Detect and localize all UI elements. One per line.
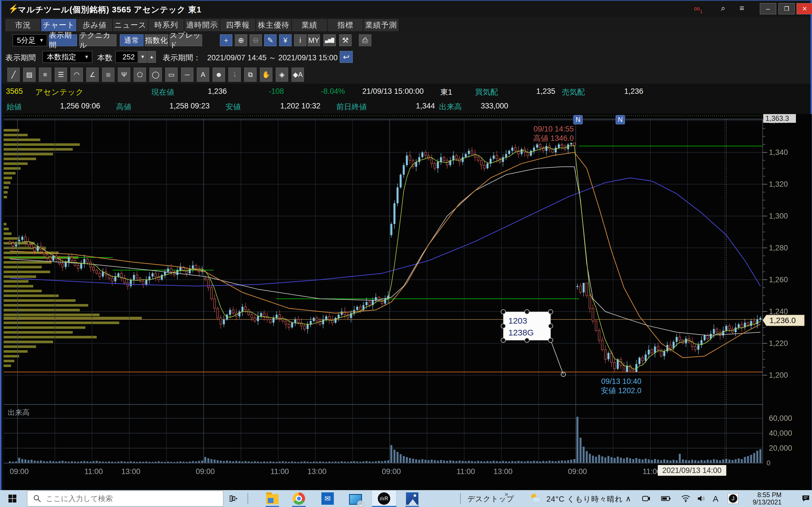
count-down-button[interactable]: ▼	[139, 51, 147, 63]
area-chart-icon[interactable]: ▄▆█	[323, 34, 336, 46]
count-input[interactable]: 252	[115, 51, 138, 63]
minimize-button[interactable]: –	[760, 3, 776, 14]
erase-all-tool[interactable]: ◆A	[292, 68, 304, 82]
vertical-lines-tool[interactable]: ||||	[102, 68, 114, 82]
svg-text:60,000: 60,000	[769, 414, 792, 422]
tab-active-1[interactable]: チャート	[41, 19, 77, 31]
toolbar-button-0[interactable]: 表示期間	[49, 34, 77, 46]
copy-tool[interactable]: ⧉	[244, 68, 257, 82]
start-button[interactable]	[8, 495, 16, 503]
notification-center-icon[interactable]	[801, 490, 811, 507]
weather-icon[interactable]	[528, 490, 543, 507]
volume-icon[interactable]	[696, 490, 707, 507]
photos-app-icon[interactable]	[406, 492, 418, 505]
close-button[interactable]: ×	[797, 3, 812, 14]
svg-text:1,280: 1,280	[769, 244, 788, 252]
svg-text:13:00: 13:00	[493, 467, 513, 476]
tab-3[interactable]: ニュース	[113, 19, 149, 31]
my-chart-icon[interactable]: MY	[308, 34, 320, 46]
count-up-button[interactable]: ▲	[147, 51, 156, 63]
toolbar-button-2[interactable]: 通常	[120, 34, 144, 46]
taskbar-search[interactable]	[27, 491, 223, 506]
reset-range-button[interactable]: ↩	[340, 51, 353, 63]
ellipse-tool[interactable]: ◯	[149, 68, 162, 82]
chrome-icon[interactable]	[293, 492, 305, 505]
parallel-line-tool[interactable]: ▨	[23, 68, 36, 82]
app-window: ⚡ マルチツール(個別銘柄) 3565 アセンテック 東1 ∞1 ⌕ ≡ – ❐…	[0, 0, 812, 490]
toolbar-chevron-icon[interactable]: »	[505, 491, 508, 498]
zoom-out-icon[interactable]: ⊖	[250, 34, 262, 46]
ask-price: 1,236	[624, 87, 644, 96]
chart-area[interactable]: 1,3601,3401,3201,3001,2801,2601,2401,220…	[4, 114, 812, 490]
svg-text:1,240: 1,240	[769, 307, 788, 316]
taskbar-divider	[248, 493, 248, 504]
link-window-icon[interactable]: ∞1	[694, 4, 703, 15]
volume-value: 333,000	[481, 102, 508, 110]
crosshair-icon[interactable]: +	[220, 34, 232, 46]
market-app-icon[interactable]: ılıR	[378, 492, 390, 505]
fan-line-tool[interactable]: ∠	[86, 68, 99, 82]
interval-select[interactable]: 5分足▼	[13, 34, 47, 46]
low-label: 安値	[225, 102, 241, 112]
tab-8[interactable]: 業績	[292, 19, 327, 31]
tab-2[interactable]: 歩み値	[77, 19, 113, 31]
ime-mode-icon[interactable]: A	[713, 494, 718, 504]
search-icon[interactable]: ⌕	[721, 4, 725, 13]
task-view-icon[interactable]	[226, 490, 241, 507]
tab-4[interactable]: 時系列	[149, 19, 185, 31]
stock-code: 3565	[6, 87, 23, 96]
tab-10[interactable]: 業績予測	[363, 19, 399, 31]
info-icon[interactable]: i	[294, 34, 306, 46]
running-indicator	[405, 506, 419, 507]
tab-6[interactable]: 四季報	[220, 19, 256, 31]
pentagon-tool[interactable]: ⬠	[134, 68, 146, 82]
tray-expand-icon[interactable]: ∧	[625, 494, 631, 503]
drop-marker-tool[interactable]: ⤵	[229, 68, 241, 82]
hand-tool[interactable]: ✋	[260, 68, 272, 82]
icon-stamp-tool[interactable]: ☻	[213, 68, 225, 82]
market-section: 東1	[441, 87, 452, 97]
restore-button[interactable]: ❐	[778, 3, 795, 14]
wifi-icon[interactable]	[680, 490, 691, 507]
horizontal-segment-tool[interactable]: ─	[181, 68, 193, 82]
battery-icon[interactable]	[660, 490, 672, 507]
print-icon[interactable]: ⎙	[359, 34, 371, 46]
weather-text[interactable]: 24°C くもり時々晴れ	[546, 494, 623, 504]
title-bar: ⚡ マルチツール(個別銘柄) 3565 アセンテック 東1 ∞1 ⌕ ≡ – ❐…	[1, 1, 811, 17]
yen-icon[interactable]: ¥	[279, 34, 292, 46]
price-change: -108	[269, 87, 284, 96]
fibonacci-arc-tool[interactable]: ◠	[70, 68, 83, 82]
zoom-in-icon[interactable]: ⊕	[235, 34, 247, 46]
eraser-tool[interactable]: ◈	[276, 68, 288, 82]
svg-text:1,340: 1,340	[769, 148, 788, 157]
wrench-icon[interactable]: ⚒	[339, 34, 352, 46]
toolbar-button-1[interactable]: テクニカル	[79, 34, 116, 46]
screen-magnifier-app-icon[interactable]	[349, 492, 361, 505]
search-input[interactable]	[45, 494, 204, 503]
pitchfork-tool[interactable]: Ψ	[118, 68, 130, 82]
mail-app-icon[interactable]: ✉	[321, 492, 334, 505]
ime-lang-icon[interactable]: J	[727, 490, 739, 507]
pencil-icon[interactable]: ✎	[264, 34, 276, 46]
tab-0[interactable]: 市況	[5, 19, 41, 31]
dense-lines-tool[interactable]: ☰	[55, 68, 67, 82]
toolbar-button-4[interactable]: スプレッド	[169, 34, 202, 46]
file-explorer-icon[interactable]	[266, 492, 278, 505]
horizontal-lines-tool[interactable]: ≡	[39, 68, 51, 82]
svg-text:1,320: 1,320	[769, 180, 788, 188]
tray-time: 8:55 PM	[747, 491, 781, 499]
tab-9[interactable]: 指標	[327, 19, 363, 31]
range-label: 表示期間：	[163, 53, 201, 63]
camera-tray-icon[interactable]	[641, 490, 652, 507]
tab-5[interactable]: 適時開示	[185, 19, 220, 31]
text-tool[interactable]: A	[197, 68, 209, 82]
menu-icon[interactable]: ≡	[740, 4, 744, 13]
tab-7[interactable]: 株主優待	[256, 19, 292, 31]
taskbar-divider	[460, 493, 461, 504]
clock[interactable]: 8:55 PM 9/13/2021	[747, 491, 781, 506]
trend-line-tool[interactable]: ╱	[7, 68, 20, 82]
bid-price: 1,235	[536, 87, 555, 96]
rectangle-tool[interactable]: ▭	[165, 68, 177, 82]
toolbar-button-3[interactable]: 指数化	[145, 34, 168, 46]
period-mode-select[interactable]: 本数指定▼	[43, 51, 92, 63]
